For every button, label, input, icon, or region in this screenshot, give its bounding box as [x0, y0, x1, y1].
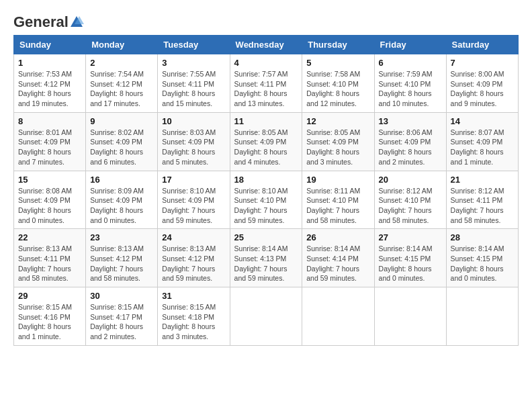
day-number: 16 — [90, 175, 153, 185]
day-info: Sunrise: 8:10 AM Sunset: 4:09 PM Dayligh… — [162, 186, 225, 226]
day-info: Sunrise: 8:07 AM Sunset: 4:09 PM Dayligh… — [451, 128, 514, 167]
calendar-cell: 2 Sunrise: 7:54 AM Sunset: 4:12 PM Dayli… — [86, 54, 158, 113]
day-number: 20 — [379, 175, 442, 185]
day-number: 22 — [18, 232, 81, 242]
day-info: Sunrise: 8:08 AM Sunset: 4:09 PM Dayligh… — [18, 186, 81, 226]
column-header-tuesday: Tuesday — [158, 36, 230, 54]
day-number: 3 — [162, 58, 225, 68]
day-info: Sunrise: 8:14 AM Sunset: 4:15 PM Dayligh… — [379, 244, 442, 283]
day-number: 10 — [162, 116, 225, 126]
calendar-cell: 13 Sunrise: 8:06 AM Sunset: 4:09 PM Dayl… — [374, 112, 446, 171]
day-info: Sunrise: 8:10 AM Sunset: 4:10 PM Dayligh… — [234, 186, 298, 226]
day-number: 24 — [162, 232, 225, 242]
day-info: Sunrise: 7:54 AM Sunset: 4:12 PM Dayligh… — [90, 69, 153, 109]
calendar-cell: 31 Sunrise: 8:15 AM Sunset: 4:18 PM Dayl… — [158, 287, 230, 346]
day-number: 6 — [379, 58, 442, 68]
calendar-cell: 15 Sunrise: 8:08 AM Sunset: 4:09 PM Dayl… — [14, 171, 86, 229]
calendar-cell: 12 Sunrise: 8:05 AM Sunset: 4:09 PM Dayl… — [302, 112, 374, 171]
day-info: Sunrise: 8:14 AM Sunset: 4:14 PM Dayligh… — [306, 244, 369, 283]
calendar-week-2: 8 Sunrise: 8:01 AM Sunset: 4:09 PM Dayli… — [14, 112, 519, 171]
calendar-cell — [230, 287, 302, 346]
day-info: Sunrise: 8:13 AM Sunset: 4:12 PM Dayligh… — [90, 244, 153, 283]
day-info: Sunrise: 8:15 AM Sunset: 4:17 PM Dayligh… — [90, 302, 153, 342]
day-number: 2 — [90, 58, 153, 68]
day-info: Sunrise: 8:14 AM Sunset: 4:13 PM Dayligh… — [234, 244, 298, 283]
day-info: Sunrise: 8:15 AM Sunset: 4:16 PM Dayligh… — [18, 302, 81, 342]
column-header-monday: Monday — [86, 36, 158, 54]
day-number: 12 — [306, 116, 369, 126]
day-info: Sunrise: 8:12 AM Sunset: 4:11 PM Dayligh… — [451, 186, 514, 226]
calendar-week-3: 15 Sunrise: 8:08 AM Sunset: 4:09 PM Dayl… — [14, 171, 519, 229]
calendar-cell: 20 Sunrise: 8:12 AM Sunset: 4:10 PM Dayl… — [374, 171, 446, 229]
calendar-cell: 26 Sunrise: 8:14 AM Sunset: 4:14 PM Dayl… — [302, 229, 374, 287]
calendar-cell: 7 Sunrise: 8:00 AM Sunset: 4:09 PM Dayli… — [446, 54, 518, 113]
calendar-week-1: 1 Sunrise: 7:53 AM Sunset: 4:12 PM Dayli… — [14, 54, 519, 113]
calendar-cell: 25 Sunrise: 8:14 AM Sunset: 4:13 PM Dayl… — [230, 229, 302, 287]
calendar-cell: 23 Sunrise: 8:13 AM Sunset: 4:12 PM Dayl… — [86, 229, 158, 287]
day-number: 8 — [18, 116, 81, 126]
day-info: Sunrise: 7:53 AM Sunset: 4:12 PM Dayligh… — [18, 69, 81, 109]
day-number: 18 — [234, 175, 298, 185]
calendar-cell: 6 Sunrise: 7:59 AM Sunset: 4:10 PM Dayli… — [374, 54, 446, 113]
column-header-wednesday: Wednesday — [230, 36, 302, 54]
day-info: Sunrise: 8:06 AM Sunset: 4:09 PM Dayligh… — [379, 128, 442, 167]
calendar-cell: 30 Sunrise: 8:15 AM Sunset: 4:17 PM Dayl… — [86, 287, 158, 346]
day-info: Sunrise: 7:57 AM Sunset: 4:11 PM Dayligh… — [234, 69, 298, 109]
calendar-week-5: 29 Sunrise: 8:15 AM Sunset: 4:16 PM Dayl… — [14, 287, 519, 346]
calendar-body: 1 Sunrise: 7:53 AM Sunset: 4:12 PM Dayli… — [14, 54, 519, 346]
calendar-cell: 14 Sunrise: 8:07 AM Sunset: 4:09 PM Dayl… — [446, 112, 518, 171]
calendar-cell: 28 Sunrise: 8:14 AM Sunset: 4:15 PM Dayl… — [446, 229, 518, 287]
day-info: Sunrise: 8:00 AM Sunset: 4:09 PM Dayligh… — [451, 69, 514, 109]
calendar-cell: 5 Sunrise: 7:58 AM Sunset: 4:10 PM Dayli… — [302, 54, 374, 113]
day-number: 9 — [90, 116, 153, 126]
calendar-cell: 18 Sunrise: 8:10 AM Sunset: 4:10 PM Dayl… — [230, 171, 302, 229]
calendar-cell: 24 Sunrise: 8:13 AM Sunset: 4:12 PM Dayl… — [158, 229, 230, 287]
logo-general: General — [13, 13, 69, 31]
day-info: Sunrise: 7:59 AM Sunset: 4:10 PM Dayligh… — [379, 69, 442, 109]
day-number: 29 — [18, 291, 81, 301]
day-info: Sunrise: 8:09 AM Sunset: 4:09 PM Dayligh… — [90, 186, 153, 226]
day-number: 25 — [234, 232, 298, 242]
calendar-cell: 21 Sunrise: 8:12 AM Sunset: 4:11 PM Dayl… — [446, 171, 518, 229]
day-number: 11 — [234, 116, 298, 126]
day-info: Sunrise: 8:13 AM Sunset: 4:12 PM Dayligh… — [162, 244, 225, 283]
calendar-cell: 10 Sunrise: 8:03 AM Sunset: 4:09 PM Dayl… — [158, 112, 230, 171]
day-info: Sunrise: 8:05 AM Sunset: 4:09 PM Dayligh… — [306, 128, 369, 167]
day-number: 27 — [379, 232, 442, 242]
calendar-cell: 8 Sunrise: 8:01 AM Sunset: 4:09 PM Dayli… — [14, 112, 86, 171]
logo: General — [13, 13, 85, 28]
day-number: 14 — [451, 116, 514, 126]
calendar: SundayMondayTuesdayWednesdayThursdayFrid… — [13, 35, 519, 346]
day-info: Sunrise: 7:58 AM Sunset: 4:10 PM Dayligh… — [306, 69, 369, 109]
day-number: 7 — [451, 58, 514, 68]
calendar-cell: 1 Sunrise: 7:53 AM Sunset: 4:12 PM Dayli… — [14, 54, 86, 113]
day-info: Sunrise: 8:11 AM Sunset: 4:10 PM Dayligh… — [306, 186, 369, 226]
day-number: 23 — [90, 232, 153, 242]
column-header-thursday: Thursday — [302, 36, 374, 54]
calendar-cell: 9 Sunrise: 8:02 AM Sunset: 4:09 PM Dayli… — [86, 112, 158, 171]
day-number: 30 — [90, 291, 153, 301]
day-number: 5 — [306, 58, 369, 68]
day-info: Sunrise: 7:55 AM Sunset: 4:11 PM Dayligh… — [162, 69, 225, 109]
calendar-cell: 16 Sunrise: 8:09 AM Sunset: 4:09 PM Dayl… — [86, 171, 158, 229]
day-info: Sunrise: 8:13 AM Sunset: 4:11 PM Dayligh… — [18, 244, 81, 283]
day-number: 21 — [451, 175, 514, 185]
day-number: 19 — [306, 175, 369, 185]
day-info: Sunrise: 8:03 AM Sunset: 4:09 PM Dayligh… — [162, 128, 225, 167]
calendar-cell: 19 Sunrise: 8:11 AM Sunset: 4:10 PM Dayl… — [302, 171, 374, 229]
day-number: 28 — [451, 232, 514, 242]
day-info: Sunrise: 8:14 AM Sunset: 4:15 PM Dayligh… — [451, 244, 514, 283]
day-info: Sunrise: 8:12 AM Sunset: 4:10 PM Dayligh… — [379, 186, 442, 226]
column-header-saturday: Saturday — [446, 36, 518, 54]
column-header-sunday: Sunday — [14, 36, 86, 54]
header: General — [13, 13, 519, 28]
day-info: Sunrise: 8:02 AM Sunset: 4:09 PM Dayligh… — [90, 128, 153, 167]
calendar-week-4: 22 Sunrise: 8:13 AM Sunset: 4:11 PM Dayl… — [14, 229, 519, 287]
day-number: 15 — [18, 175, 81, 185]
column-header-friday: Friday — [374, 36, 446, 54]
calendar-cell: 27 Sunrise: 8:14 AM Sunset: 4:15 PM Dayl… — [374, 229, 446, 287]
logo-icon — [69, 15, 84, 30]
day-info: Sunrise: 8:15 AM Sunset: 4:18 PM Dayligh… — [162, 302, 225, 342]
day-number: 26 — [306, 232, 369, 242]
calendar-cell: 4 Sunrise: 7:57 AM Sunset: 4:11 PM Dayli… — [230, 54, 302, 113]
